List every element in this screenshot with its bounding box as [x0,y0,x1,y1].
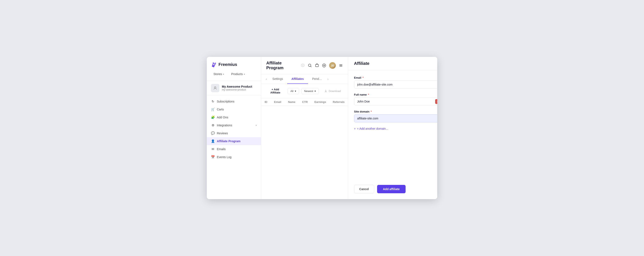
sort-value: Newest [304,90,313,93]
avatar-image: JD [329,62,336,69]
tab-settings[interactable]: Settings [268,74,287,84]
email-field-group: Email * [354,76,437,89]
sidebar-nav: ↻ Subscriptions 🛒 Carts 🧩 Add Ons ⚙ Inte… [207,95,261,195]
sidebar-item-reviews[interactable]: 💬 Reviews [207,129,261,137]
tabs-bar: ‹ Settings Affiliates Pend… › [261,74,348,84]
sitedomain-input[interactable] [354,115,437,122]
app-window: Freemius Stores ▾ Products ▾ My Awesome … [207,57,437,199]
header-actions: JD [308,62,343,69]
events-log-icon: 📅 [211,155,215,159]
email-input[interactable] [354,81,437,89]
notifications-button[interactable] [315,63,319,68]
integrations-chevron-icon: ▾ [256,124,257,127]
sidebar-item-integrations[interactable]: ⚙ Integrations ▾ [207,121,261,129]
help-icon[interactable]: ⓘ [301,63,304,68]
fullname-label: Full name * [354,93,437,96]
products-nav[interactable]: Products ▾ [228,71,247,77]
panel-actions: Cancel Add affiliate [348,185,437,199]
sidebar-item-carts[interactable]: 🛒 Carts [207,105,261,113]
fullname-action-icon: ··· [437,100,437,103]
products-chevron-icon: ▾ [244,73,245,75]
nav-pills: Stores ▾ Products ▾ [211,71,257,77]
sort-dropdown[interactable]: Newest ▾ [302,88,319,94]
right-panel: Affiliate × Email * Full name * ··· [348,57,437,199]
svg-point-3 [215,87,216,88]
add-domain-label: + Add another domain... [357,127,388,130]
sidebar-item-emails[interactable]: ✉ Emails [207,145,261,153]
email-label: Email * [354,76,437,79]
main-header: Affiliate Program ⓘ JD [261,57,348,74]
tab-arrow-left[interactable]: ‹ [264,75,268,83]
product-avatar [211,84,219,92]
addons-label: Add Ons [217,116,257,119]
events-log-label: Events Log [217,155,257,159]
col-ctr: CTR [299,98,311,106]
sort-chevron-icon: ▾ [314,90,316,93]
fullname-input-row: ··· [354,98,437,105]
integrations-icon: ⚙ [211,124,215,127]
product-slug: my-awesome-product [222,88,252,91]
add-affiliate-button[interactable]: Add affiliate [377,185,406,193]
sitedomain-label: Site domain * [354,110,437,113]
col-referrals: Referrals [329,98,348,106]
subscriptions-icon: ↻ [211,100,215,103]
add-affiliate-toolbar-label: + Add Affiliate [268,88,282,94]
email-required-marker: * [362,76,364,79]
integrations-label: Integrations [217,124,254,127]
stores-nav[interactable]: Stores ▾ [211,71,226,77]
emails-icon: ✉ [211,147,215,151]
product-card: My Awesome Product my-awesome-product [207,81,261,95]
cancel-button[interactable]: Cancel [354,185,374,193]
fullname-required-marker: * [367,93,369,96]
search-icon [308,63,312,68]
download-label: Download [329,90,341,93]
logo-area: Freemius [211,61,257,67]
stores-chevron-icon: ▾ [223,73,224,75]
add-domain-button[interactable]: + + Add another domain... [354,127,437,130]
fullname-action-button[interactable]: ··· [435,99,437,104]
products-label: Products [231,72,242,76]
tab-arrow-right[interactable]: › [326,75,330,83]
affiliates-table: ID Email Name CTR Earnings Referrals [261,98,348,106]
sitedomain-required-marker: * [370,110,372,113]
reviews-label: Reviews [217,131,257,135]
carts-label: Carts [217,108,257,111]
freemius-logo-icon [211,61,217,67]
filter-chevron-icon: ▾ [295,90,296,93]
tab-pending[interactable]: Pend… [308,74,326,84]
sidebar-item-addons[interactable]: 🧩 Add Ons [207,113,261,121]
sidebar-item-subscriptions[interactable]: ↻ Subscriptions [207,98,261,105]
add-button[interactable] [322,63,326,68]
subscriptions-label: Subscriptions [217,100,257,103]
col-name: Name [285,98,299,106]
download-button[interactable]: Download [321,88,344,94]
filter-dropdown[interactable]: All ▾ [288,88,299,94]
addons-icon: 🧩 [211,116,215,119]
svg-rect-5 [316,64,318,67]
search-button[interactable] [308,63,312,68]
page-title: Affiliate Program [266,61,298,70]
svg-rect-7 [324,92,327,92]
filter-value: All [290,90,293,93]
affiliate-program-label: Affiliate Program [217,139,257,143]
logo-text: Freemius [218,62,237,67]
add-affiliate-toolbar-button[interactable]: + Add Affiliate [266,86,285,96]
table-area: ID Email Name CTR Earnings Referrals [261,98,348,199]
tab-affiliates[interactable]: Affiliates [287,74,308,84]
panel-title: Affiliate [354,61,369,66]
col-email: Email [271,98,285,106]
sidebar-header: Freemius Stores ▾ Products ▾ [207,57,261,81]
emails-label: Emails [217,147,257,151]
hamburger-menu-icon [339,63,343,68]
toolbar: + Add Affiliate All ▾ Newest ▾ Download [261,84,348,98]
menu-button[interactable] [339,63,343,68]
sidebar-item-events-log[interactable]: 📅 Events Log [207,153,261,161]
fullname-input[interactable] [354,98,437,105]
sidebar-item-affiliate-program[interactable]: 👤 Affiliate Program [207,137,261,145]
col-earnings: Earnings [311,98,330,106]
svg-point-4 [308,64,311,67]
sidebar: Freemius Stores ▾ Products ▾ My Awesome … [207,57,261,199]
main-content: Affiliate Program ⓘ JD [261,57,348,199]
add-domain-plus-icon: + [354,127,356,130]
user-avatar[interactable]: JD [329,62,336,69]
